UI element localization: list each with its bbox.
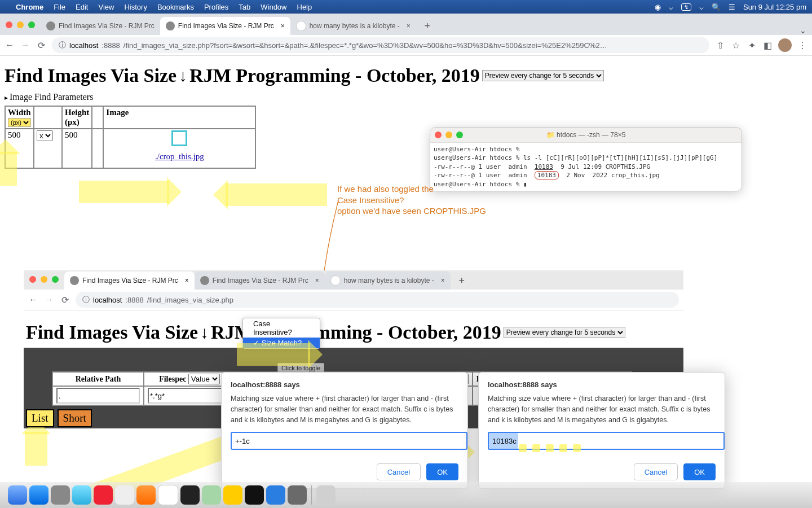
- page-subtitle-text: RJM Programming - October, 2019: [189, 65, 480, 86]
- preview-select[interactable]: Preview every change for 5 seconds: [504, 327, 625, 338]
- back-icon[interactable]: ←: [28, 295, 38, 305]
- short-button[interactable]: Short: [58, 409, 92, 427]
- menu-tab[interactable]: Tab: [239, 3, 250, 11]
- ok-button[interactable]: OK: [426, 463, 458, 480]
- reload-icon[interactable]: ⟳: [60, 295, 70, 305]
- col-relative-path: Relative Path: [52, 372, 144, 386]
- menu-window[interactable]: Window: [261, 3, 286, 11]
- dock-app-icon[interactable]: [136, 485, 156, 505]
- site-info-icon[interactable]: ⓘ: [82, 295, 90, 305]
- dock-trash-icon[interactable]: [316, 485, 336, 505]
- spotlight-icon[interactable]: 🔍: [712, 3, 721, 11]
- close-tab-icon[interactable]: ×: [281, 22, 285, 30]
- js-prompt-dialog: localhost:8888 says Matching size value …: [221, 372, 468, 489]
- image-link[interactable]: ./crop_this.jpg: [106, 152, 253, 161]
- option-case-insensitive[interactable]: Case Insensitive?: [243, 318, 320, 338]
- cancel-button[interactable]: Cancel: [634, 463, 678, 480]
- site-info-icon[interactable]: ⓘ: [59, 40, 66, 50]
- dock-app-icon[interactable]: [245, 485, 264, 505]
- extensions-icon[interactable]: ✦: [747, 40, 757, 51]
- close-tab-icon[interactable]: ×: [407, 22, 411, 30]
- menu-history[interactable]: History: [124, 3, 147, 11]
- sort-down-icon[interactable]: ↓: [179, 66, 187, 85]
- filespec-input[interactable]: [148, 388, 231, 404]
- dock-terminal-icon[interactable]: [180, 485, 200, 505]
- cancel-button[interactable]: Cancel: [377, 463, 421, 480]
- list-button[interactable]: List: [26, 409, 54, 427]
- width-unit-select[interactable]: (px): [8, 118, 31, 127]
- bluetooth-icon[interactable]: ⌵: [669, 3, 673, 11]
- url-host: localhost: [69, 41, 98, 50]
- menu-help[interactable]: Help: [297, 3, 312, 11]
- image-result-table: Width (px) Height (px) Image 500 x 500 .…: [5, 106, 256, 169]
- menu-profiles[interactable]: Profiles: [204, 3, 228, 11]
- chrome-menu-icon[interactable]: ⋮: [797, 40, 807, 51]
- wifi-icon[interactable]: ⌵: [699, 3, 704, 11]
- ok-button[interactable]: OK: [683, 463, 716, 480]
- dock-settings-icon[interactable]: [288, 485, 307, 505]
- profile-avatar-icon[interactable]: [778, 38, 792, 52]
- menu-view[interactable]: View: [98, 3, 114, 11]
- path-input[interactable]: [56, 388, 140, 404]
- dock-appstore-icon[interactable]: [266, 485, 285, 505]
- sidepanel-icon[interactable]: ◧: [762, 40, 773, 51]
- browser-tab[interactable]: Find Images Via Size - RJM Prc ×: [160, 17, 290, 35]
- disclosure-parameters[interactable]: Image Find Parameters: [5, 92, 812, 102]
- dock-mail-icon[interactable]: [72, 485, 91, 505]
- dock-app-icon[interactable]: [202, 485, 221, 505]
- filespec-select[interactable]: Value: [188, 374, 220, 384]
- share-icon[interactable]: ⇧: [715, 40, 725, 51]
- favicon-icon: [166, 21, 175, 30]
- preview-select[interactable]: Preview every change for 5 seconds: [482, 70, 604, 81]
- browser-tab[interactable]: how many bytes is a kilobyte - ×: [290, 17, 416, 35]
- dock-app-icon[interactable]: [223, 485, 242, 505]
- chrome-tabstrip: Find Images Via Size - RJM Prc Find Imag…: [0, 14, 812, 35]
- dimension-op-select[interactable]: x: [37, 130, 53, 141]
- new-tab-button[interactable]: +: [454, 273, 470, 288]
- maximize-window-icon[interactable]: [28, 21, 35, 28]
- dialog-message: Matching size value where + (first chara…: [231, 393, 458, 425]
- minimize-window-icon[interactable]: [17, 21, 24, 28]
- new-tab-button[interactable]: +: [420, 18, 435, 34]
- control-center-icon[interactable]: ☰: [729, 3, 735, 11]
- browser-tab[interactable]: Find Images Via Size - RJM Prc×: [195, 271, 325, 290]
- dialog-input[interactable]: [231, 432, 467, 450]
- annotation-highlight: [79, 181, 169, 203]
- dock-calendar-icon[interactable]: [158, 485, 178, 505]
- clock[interactable]: Sun 9 Jul 12:25 pm: [743, 3, 806, 11]
- close-window-icon[interactable]: [6, 21, 12, 28]
- image-thumbnail[interactable]: [171, 130, 187, 146]
- forward-icon[interactable]: →: [44, 295, 54, 305]
- page-title: Find Images Via Size ↓ RJM Programming -…: [5, 65, 812, 86]
- back-icon[interactable]: ←: [5, 40, 15, 50]
- tab-overflow-icon[interactable]: ⌄: [800, 26, 806, 35]
- app-name[interactable]: Chrome: [16, 3, 43, 11]
- menu-file[interactable]: File: [54, 3, 65, 11]
- annotation-highlight: [25, 432, 47, 466]
- macos-dock[interactable]: [0, 482, 812, 508]
- dock-app-icon[interactable]: [94, 485, 113, 505]
- url-path: /find_images_via_size.php?fsort=&wsort=&…: [123, 41, 607, 50]
- browser-tab[interactable]: Find Images Via Size - RJM Prc×: [64, 271, 195, 290]
- bookmark-icon[interactable]: ☆: [731, 40, 741, 51]
- dock-safari-icon[interactable]: [29, 485, 48, 505]
- dock-finder-icon[interactable]: [8, 485, 27, 505]
- reload-icon[interactable]: ⟳: [36, 40, 46, 51]
- browser-tab[interactable]: Find Images Via Size - RJM Prc: [41, 17, 160, 35]
- dock-app-icon[interactable]: [51, 485, 70, 505]
- address-bar[interactable]: ⓘ localhost:8888/find_images_via_size.ph…: [76, 292, 679, 308]
- record-icon[interactable]: ◉: [655, 3, 661, 11]
- macos-menubar: Chrome File Edit View History Bookmarks …: [0, 0, 812, 14]
- battery-icon[interactable]: ↯: [681, 3, 691, 11]
- chrome-toolbar: ← → ⟳ ⓘ localhost:8888/find_images_via_s…: [0, 35, 812, 56]
- forward-icon[interactable]: →: [20, 40, 30, 50]
- sort-down-icon[interactable]: ↓: [200, 323, 209, 342]
- menu-bookmarks[interactable]: Bookmarks: [157, 3, 194, 11]
- menu-edit[interactable]: Edit: [76, 3, 88, 11]
- tab-title: Find Images Via Size - RJM Prc: [178, 22, 274, 30]
- address-bar[interactable]: ⓘ localhost:8888/find_images_via_size.ph…: [52, 37, 709, 53]
- annotation-text: If we had also toggled the Case Insensit…: [337, 183, 486, 217]
- window-traffic-lights[interactable]: [6, 21, 35, 28]
- dock-app-icon[interactable]: [115, 485, 134, 505]
- browser-tab[interactable]: how many bytes is a kilobyte -×: [325, 271, 451, 290]
